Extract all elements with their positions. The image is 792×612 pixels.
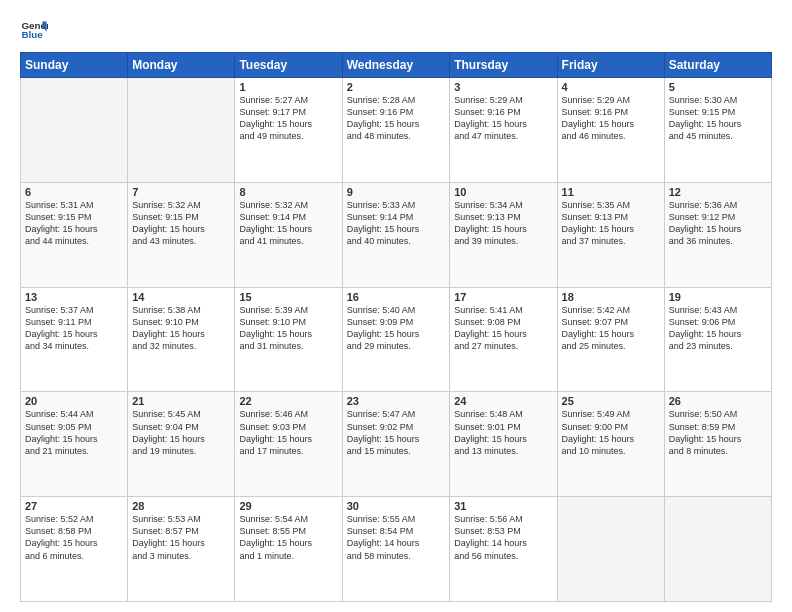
calendar-cell: 23Sunrise: 5:47 AM Sunset: 9:02 PM Dayli… [342,392,450,497]
logo-icon: General Blue [20,16,48,44]
calendar-cell: 22Sunrise: 5:46 AM Sunset: 9:03 PM Dayli… [235,392,342,497]
calendar-cell: 30Sunrise: 5:55 AM Sunset: 8:54 PM Dayli… [342,497,450,602]
calendar-cell: 29Sunrise: 5:54 AM Sunset: 8:55 PM Dayli… [235,497,342,602]
day-number: 4 [562,81,660,93]
logo: General Blue [20,16,48,44]
day-number: 12 [669,186,767,198]
weekday-header-saturday: Saturday [664,53,771,78]
calendar-cell: 3Sunrise: 5:29 AM Sunset: 9:16 PM Daylig… [450,78,557,183]
calendar-cell: 27Sunrise: 5:52 AM Sunset: 8:58 PM Dayli… [21,497,128,602]
calendar-cell [664,497,771,602]
calendar-cell: 14Sunrise: 5:38 AM Sunset: 9:10 PM Dayli… [128,287,235,392]
calendar-cell: 7Sunrise: 5:32 AM Sunset: 9:15 PM Daylig… [128,182,235,287]
calendar-cell: 24Sunrise: 5:48 AM Sunset: 9:01 PM Dayli… [450,392,557,497]
day-number: 17 [454,291,552,303]
day-info: Sunrise: 5:48 AM Sunset: 9:01 PM Dayligh… [454,408,552,457]
day-number: 20 [25,395,123,407]
day-number: 13 [25,291,123,303]
day-info: Sunrise: 5:28 AM Sunset: 9:16 PM Dayligh… [347,94,446,143]
day-info: Sunrise: 5:29 AM Sunset: 9:16 PM Dayligh… [562,94,660,143]
day-info: Sunrise: 5:36 AM Sunset: 9:12 PM Dayligh… [669,199,767,248]
calendar-cell: 21Sunrise: 5:45 AM Sunset: 9:04 PM Dayli… [128,392,235,497]
day-info: Sunrise: 5:50 AM Sunset: 8:59 PM Dayligh… [669,408,767,457]
day-info: Sunrise: 5:54 AM Sunset: 8:55 PM Dayligh… [239,513,337,562]
day-number: 16 [347,291,446,303]
day-number: 7 [132,186,230,198]
calendar-cell: 5Sunrise: 5:30 AM Sunset: 9:15 PM Daylig… [664,78,771,183]
day-info: Sunrise: 5:42 AM Sunset: 9:07 PM Dayligh… [562,304,660,353]
calendar-cell: 8Sunrise: 5:32 AM Sunset: 9:14 PM Daylig… [235,182,342,287]
day-number: 29 [239,500,337,512]
calendar-cell: 1Sunrise: 5:27 AM Sunset: 9:17 PM Daylig… [235,78,342,183]
page: General Blue SundayMondayTuesdayWednesda… [0,0,792,612]
day-number: 26 [669,395,767,407]
calendar-cell: 26Sunrise: 5:50 AM Sunset: 8:59 PM Dayli… [664,392,771,497]
day-info: Sunrise: 5:43 AM Sunset: 9:06 PM Dayligh… [669,304,767,353]
day-number: 8 [239,186,337,198]
day-number: 14 [132,291,230,303]
day-number: 3 [454,81,552,93]
day-number: 1 [239,81,337,93]
day-number: 2 [347,81,446,93]
day-number: 19 [669,291,767,303]
day-number: 21 [132,395,230,407]
calendar-cell [557,497,664,602]
weekday-header-tuesday: Tuesday [235,53,342,78]
calendar-cell: 10Sunrise: 5:34 AM Sunset: 9:13 PM Dayli… [450,182,557,287]
calendar-cell: 17Sunrise: 5:41 AM Sunset: 9:08 PM Dayli… [450,287,557,392]
calendar-cell [128,78,235,183]
calendar-week-row: 27Sunrise: 5:52 AM Sunset: 8:58 PM Dayli… [21,497,772,602]
day-number: 24 [454,395,552,407]
day-info: Sunrise: 5:52 AM Sunset: 8:58 PM Dayligh… [25,513,123,562]
day-info: Sunrise: 5:40 AM Sunset: 9:09 PM Dayligh… [347,304,446,353]
day-info: Sunrise: 5:30 AM Sunset: 9:15 PM Dayligh… [669,94,767,143]
weekday-header-wednesday: Wednesday [342,53,450,78]
day-info: Sunrise: 5:35 AM Sunset: 9:13 PM Dayligh… [562,199,660,248]
day-number: 18 [562,291,660,303]
day-info: Sunrise: 5:46 AM Sunset: 9:03 PM Dayligh… [239,408,337,457]
day-info: Sunrise: 5:32 AM Sunset: 9:14 PM Dayligh… [239,199,337,248]
day-number: 5 [669,81,767,93]
day-info: Sunrise: 5:45 AM Sunset: 9:04 PM Dayligh… [132,408,230,457]
day-info: Sunrise: 5:53 AM Sunset: 8:57 PM Dayligh… [132,513,230,562]
day-number: 27 [25,500,123,512]
calendar-cell: 9Sunrise: 5:33 AM Sunset: 9:14 PM Daylig… [342,182,450,287]
day-number: 9 [347,186,446,198]
calendar-cell: 19Sunrise: 5:43 AM Sunset: 9:06 PM Dayli… [664,287,771,392]
day-number: 22 [239,395,337,407]
day-number: 15 [239,291,337,303]
weekday-header-friday: Friday [557,53,664,78]
day-info: Sunrise: 5:49 AM Sunset: 9:00 PM Dayligh… [562,408,660,457]
day-info: Sunrise: 5:55 AM Sunset: 8:54 PM Dayligh… [347,513,446,562]
calendar-cell: 20Sunrise: 5:44 AM Sunset: 9:05 PM Dayli… [21,392,128,497]
day-info: Sunrise: 5:56 AM Sunset: 8:53 PM Dayligh… [454,513,552,562]
day-info: Sunrise: 5:29 AM Sunset: 9:16 PM Dayligh… [454,94,552,143]
calendar-cell: 12Sunrise: 5:36 AM Sunset: 9:12 PM Dayli… [664,182,771,287]
calendar-table: SundayMondayTuesdayWednesdayThursdayFrid… [20,52,772,602]
calendar-cell [21,78,128,183]
calendar-week-row: 20Sunrise: 5:44 AM Sunset: 9:05 PM Dayli… [21,392,772,497]
day-info: Sunrise: 5:39 AM Sunset: 9:10 PM Dayligh… [239,304,337,353]
header: General Blue [20,16,772,44]
svg-text:Blue: Blue [21,29,43,40]
day-number: 10 [454,186,552,198]
day-info: Sunrise: 5:31 AM Sunset: 9:15 PM Dayligh… [25,199,123,248]
day-info: Sunrise: 5:41 AM Sunset: 9:08 PM Dayligh… [454,304,552,353]
day-info: Sunrise: 5:33 AM Sunset: 9:14 PM Dayligh… [347,199,446,248]
day-info: Sunrise: 5:34 AM Sunset: 9:13 PM Dayligh… [454,199,552,248]
day-number: 31 [454,500,552,512]
calendar-cell: 28Sunrise: 5:53 AM Sunset: 8:57 PM Dayli… [128,497,235,602]
day-info: Sunrise: 5:44 AM Sunset: 9:05 PM Dayligh… [25,408,123,457]
calendar-cell: 11Sunrise: 5:35 AM Sunset: 9:13 PM Dayli… [557,182,664,287]
day-info: Sunrise: 5:32 AM Sunset: 9:15 PM Dayligh… [132,199,230,248]
weekday-header-monday: Monday [128,53,235,78]
weekday-header-sunday: Sunday [21,53,128,78]
calendar-cell: 2Sunrise: 5:28 AM Sunset: 9:16 PM Daylig… [342,78,450,183]
day-number: 25 [562,395,660,407]
day-number: 6 [25,186,123,198]
day-info: Sunrise: 5:47 AM Sunset: 9:02 PM Dayligh… [347,408,446,457]
calendar-week-row: 13Sunrise: 5:37 AM Sunset: 9:11 PM Dayli… [21,287,772,392]
day-number: 23 [347,395,446,407]
day-info: Sunrise: 5:27 AM Sunset: 9:17 PM Dayligh… [239,94,337,143]
weekday-header-thursday: Thursday [450,53,557,78]
